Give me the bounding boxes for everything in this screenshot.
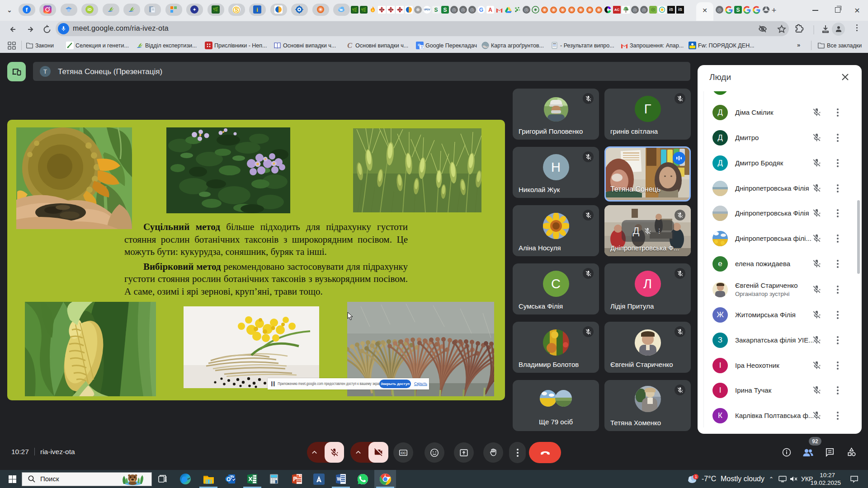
svg-text:文: 文 [420, 45, 424, 49]
svg-text:1: 1 [695, 474, 697, 479]
svg-text:O: O [226, 476, 231, 483]
svg-text:CC: CC [401, 451, 406, 455]
